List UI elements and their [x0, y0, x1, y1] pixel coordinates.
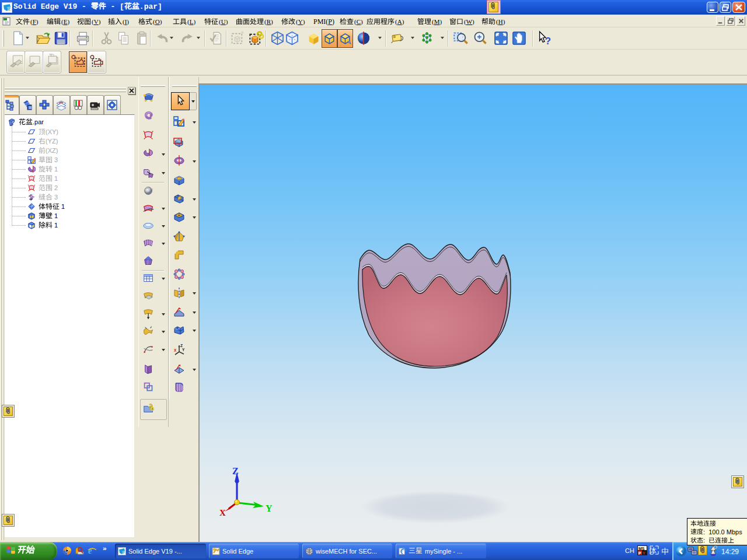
svg-text:X: X — [219, 508, 226, 517]
svg-text:Z: Z — [232, 466, 239, 476]
svg-text:X: X — [174, 348, 177, 352]
svg-text:P: P — [638, 551, 641, 555]
svg-text:?: ? — [545, 36, 551, 46]
svg-text:MS: MS — [638, 547, 645, 551]
svg-text:Z: Z — [180, 344, 183, 348]
svg-text:Y: Y — [643, 551, 645, 555]
svg-text:e: e — [88, 546, 92, 555]
svg-text:Y: Y — [182, 348, 185, 352]
svg-text:2: 2 — [53, 53, 55, 57]
svg-text:Y: Y — [266, 503, 273, 513]
